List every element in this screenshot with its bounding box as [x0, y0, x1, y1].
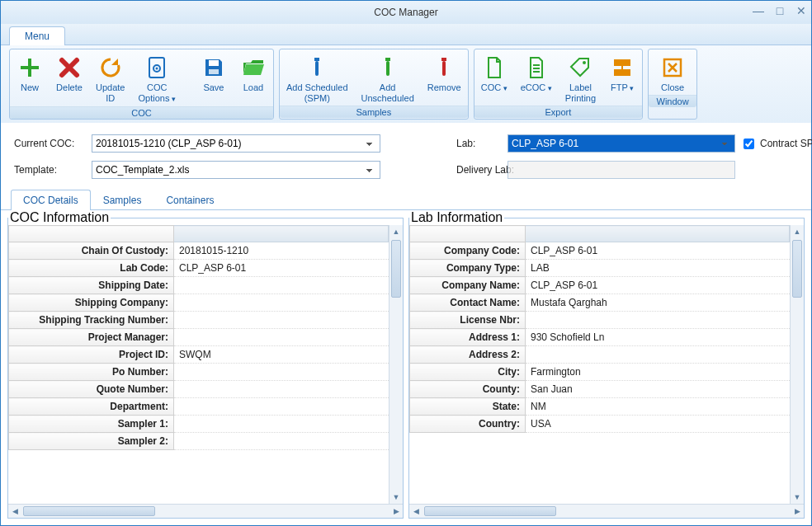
current-coc-combo[interactable]: 20181015-1210 (CLP_ASP 6-01): [92, 134, 380, 153]
table-row: Company Code:CLP_ASP 6-01: [410, 242, 790, 260]
row-label: Contact Name:: [410, 294, 526, 312]
lab-info-legend: Lab Information: [409, 210, 504, 225]
export-ecoc-button[interactable]: eCOC: [514, 53, 559, 106]
row-value[interactable]: Farmington: [526, 364, 790, 381]
tab-samples[interactable]: Samples: [91, 190, 154, 210]
row-label: Shipping Tracking Number:: [9, 312, 174, 329]
menu-tab[interactable]: Menu: [9, 26, 65, 45]
template-combo[interactable]: COC_Template_2.xls: [92, 161, 380, 179]
remove-sample-button[interactable]: Remove: [421, 53, 468, 106]
lab-combo[interactable]: CLP_ASP 6-01: [508, 134, 735, 153]
table-row: Company Name:CLP_ASP 6-01: [410, 277, 790, 294]
menu-bar: Menu: [1, 24, 811, 45]
export-coc-button[interactable]: COC: [474, 53, 514, 106]
row-value[interactable]: SWQM: [174, 346, 389, 364]
row-label: Sampler 2:: [9, 433, 174, 450]
lab-info-table: Company Code:CLP_ASP 6-01Company Type:LA…: [409, 225, 790, 433]
ribbon-group-samples-label: Samples: [280, 106, 468, 118]
row-value[interactable]: CLP_ASP 6-01: [526, 277, 790, 294]
row-value[interactable]: [174, 294, 389, 312]
table-row: Project Manager:: [9, 329, 389, 346]
table-row: Chain Of Custody:20181015-1210: [9, 242, 389, 260]
tab-coc-details[interactable]: COC Details: [11, 190, 91, 210]
close-box-icon: [659, 54, 686, 81]
lab-hscroll[interactable]: ◀▶: [409, 504, 804, 518]
ftp-button[interactable]: FTP: [602, 53, 642, 106]
table-row: Contact Name:Mustafa Qarghah: [410, 294, 790, 312]
row-value[interactable]: 930 Schofield Ln: [526, 329, 790, 346]
row-value[interactable]: [174, 277, 389, 294]
row-value[interactable]: 20181015-1210: [174, 242, 389, 260]
table-row: County:San Juan: [410, 381, 790, 398]
coc-options-button[interactable]: COC Options: [131, 53, 182, 106]
row-value[interactable]: [174, 364, 389, 381]
row-label: Company Type:: [410, 260, 526, 277]
lab-vscroll[interactable]: ▲▼: [790, 225, 804, 504]
row-value[interactable]: CLP_ASP 6-01: [526, 242, 790, 260]
row-label: License Nbr:: [410, 312, 526, 329]
ribbon-group-window-label: Window: [649, 95, 696, 107]
table-row: Po Number:: [9, 364, 389, 381]
table-row: City:Farmington: [410, 364, 790, 381]
table-row: Project ID:SWQM: [9, 346, 389, 364]
svg-rect-12: [614, 59, 630, 66]
svg-rect-9: [441, 58, 446, 61]
coc-hscroll[interactable]: ◀▶: [8, 504, 403, 518]
load-button[interactable]: Load: [234, 53, 273, 106]
row-value[interactable]: NM: [526, 398, 790, 416]
row-value[interactable]: [174, 312, 389, 329]
save-button[interactable]: Save: [194, 53, 234, 106]
row-value[interactable]: USA: [526, 416, 790, 433]
row-value[interactable]: [174, 398, 389, 416]
row-value[interactable]: [174, 329, 389, 346]
row-value[interactable]: [174, 381, 389, 398]
panes: COC Information Chain Of Custody:2018101…: [1, 210, 811, 525]
row-label: Quote Number:: [9, 381, 174, 398]
row-label: Po Number:: [9, 364, 174, 381]
table-row: Address 2:: [410, 346, 790, 364]
vial-green-icon: [375, 54, 401, 81]
maximize-button[interactable]: □: [773, 4, 786, 17]
table-row: Sampler 2:: [9, 433, 389, 450]
contract-spm-checkbox[interactable]: [744, 139, 754, 149]
row-label: Chain Of Custody:: [9, 242, 174, 260]
coc-info-table: Chain Of Custody:20181015-1210Lab Code:C…: [8, 225, 389, 450]
svg-rect-4: [209, 69, 219, 74]
svg-rect-5: [314, 58, 319, 61]
table-row: Lab Code:CLP_ASP 6-01: [9, 260, 389, 277]
close-button[interactable]: Close: [649, 53, 696, 95]
row-value[interactable]: [526, 312, 790, 329]
svg-point-2: [156, 68, 158, 70]
row-label: Project ID:: [9, 346, 174, 364]
row-value[interactable]: San Juan: [526, 381, 790, 398]
title-bar: COC Manager — □ ✕: [1, 1, 811, 24]
svg-rect-10: [442, 61, 446, 76]
svg-point-11: [583, 61, 586, 64]
add-scheduled-button[interactable]: Add Scheduled (SPM): [280, 53, 355, 106]
close-window-button[interactable]: ✕: [795, 4, 808, 17]
label-printing-button[interactable]: Label Printing: [559, 53, 602, 106]
row-value[interactable]: Mustafa Qarghah: [526, 294, 790, 312]
row-value[interactable]: CLP_ASP 6-01: [174, 260, 389, 277]
table-row: Country:USA: [410, 416, 790, 433]
ribbon-group-export-label: Export: [474, 106, 642, 118]
row-label: Country:: [410, 416, 526, 433]
new-button[interactable]: New: [10, 53, 50, 106]
row-value[interactable]: [174, 433, 389, 450]
row-label: Address 1:: [410, 329, 526, 346]
contract-spm-label: Contract SPM: [760, 138, 812, 149]
document-green-icon: [481, 54, 508, 81]
minimize-button[interactable]: —: [752, 4, 765, 17]
table-row: License Nbr:: [410, 312, 790, 329]
update-id-button[interactable]: Update ID: [89, 53, 131, 106]
window-controls: — □ ✕: [752, 4, 808, 17]
coc-vscroll[interactable]: ▲▼: [389, 225, 403, 504]
add-unscheduled-button[interactable]: Add Unscheduled: [355, 53, 421, 106]
delete-button[interactable]: Delete: [50, 53, 89, 106]
tab-containers[interactable]: Containers: [153, 190, 226, 210]
row-value[interactable]: LAB: [526, 260, 790, 277]
row-label: Department:: [9, 398, 174, 416]
row-value[interactable]: [174, 416, 389, 433]
table-row: Shipping Date:: [9, 277, 389, 294]
row-value[interactable]: [526, 346, 790, 364]
